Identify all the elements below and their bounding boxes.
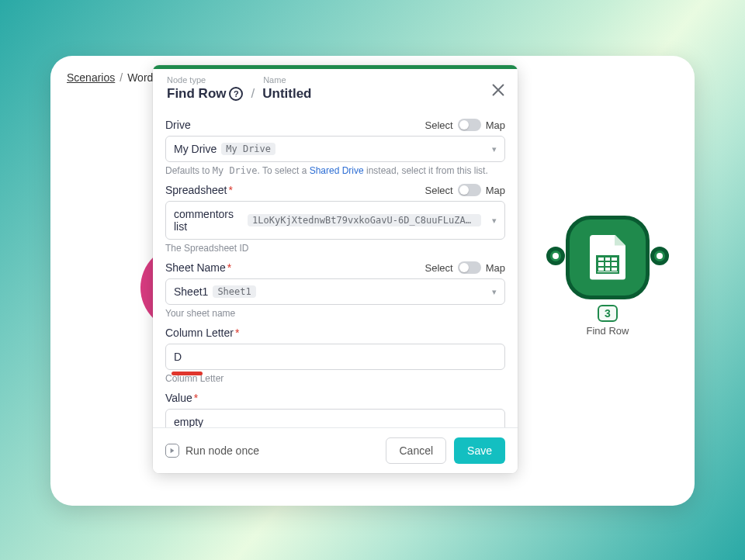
spreadsheet-mode-toggle[interactable] [458, 184, 481, 196]
header-nodetype-label: Node type [167, 75, 206, 85]
cancel-button[interactable]: Cancel [386, 437, 446, 464]
drive-mode-toggle[interactable] [458, 119, 481, 131]
sheet-select[interactable]: Sheet1 Sheet1 ▾ [165, 278, 505, 305]
drive-value: My Drive [174, 143, 217, 155]
spreadsheet-label: Spreadsheet* [165, 184, 233, 196]
value-value: empty [174, 416, 203, 427]
field-value: Value* empty The value to search for [165, 392, 505, 427]
play-icon [165, 444, 179, 458]
panel-footer: Run node once Cancel Save [153, 427, 518, 473]
spreadsheet-mode-map: Map [486, 185, 505, 196]
save-button[interactable]: Save [454, 437, 505, 464]
sheet-helper: Your sheet name [165, 308, 505, 319]
header-name[interactable]: Untitled [262, 86, 311, 102]
breadcrumb-separator: / [120, 71, 123, 84]
drive-mode-map: Map [486, 119, 505, 131]
spreadsheet-chip: 1LoKyKjXtednwBt79vxkoGavU-6D_C8uuFLuZAVY… [248, 214, 481, 226]
sheet-mode-map: Map [486, 262, 505, 274]
column-input[interactable]: D [165, 344, 505, 370]
node-body[interactable] [566, 216, 650, 299]
spreadsheet-helper: The Spreadsheet ID [165, 243, 505, 254]
google-sheets-icon [590, 235, 625, 280]
shared-drive-link[interactable]: Shared Drive [310, 165, 364, 176]
breadcrumb: Scenarios / Wordpr [67, 71, 163, 84]
close-icon [490, 81, 507, 99]
panel-body: Drive Select Map My Drive My Drive ▾ Def… [153, 109, 518, 427]
highlight-mark [172, 372, 203, 375]
chevron-down-icon: ▾ [492, 144, 497, 154]
field-column: Column Letter* D Column Letter [165, 327, 505, 384]
drive-mode-select: Select [425, 119, 453, 131]
field-sheet: Sheet Name* Select Map Sheet1 Sheet1 ▾ Y… [165, 261, 505, 319]
spreadsheet-mode-select: Select [425, 185, 453, 196]
field-spreadsheet: Spreadsheet* Select Map commentors list … [165, 184, 505, 254]
sheet-mode-toggle[interactable] [458, 261, 481, 274]
panel-header: Node type Name Find Row ? / Untitled [153, 69, 518, 109]
value-input[interactable]: empty [165, 409, 505, 427]
drive-chip: My Drive [221, 143, 275, 155]
close-button[interactable] [490, 81, 507, 99]
header-nodetype-text: Find Row [167, 86, 226, 102]
node-find-row[interactable]: 3 Find Row [526, 213, 689, 337]
field-drive: Drive Select Map My Drive My Drive ▾ Def… [165, 119, 505, 176]
header-nodetype: Find Row ? [167, 86, 243, 102]
node-input-port[interactable] [546, 247, 565, 265]
app-window: Scenarios / Wordpr 3 Find Row Node type [50, 56, 695, 506]
run-node-once-label: Run node once [185, 444, 259, 457]
sheet-mode-select: Select [425, 262, 453, 274]
column-helper: Column Letter [165, 373, 505, 384]
drive-helper: Defaults to My Drive. To select a Shared… [165, 165, 505, 176]
drive-label: Drive [165, 119, 191, 131]
chevron-down-icon: ▾ [492, 216, 497, 226]
sheet-label: Sheet Name* [165, 261, 231, 274]
header-separator: / [251, 86, 255, 102]
config-panel: Node type Name Find Row ? / Untitled Dri… [153, 65, 518, 473]
breadcrumb-root-link[interactable]: Scenarios [67, 71, 115, 84]
spreadsheet-select[interactable]: commentors list 1LoKyKjXtednwBt79vxkoGav… [165, 201, 505, 240]
node-output-port[interactable] [650, 247, 669, 265]
node-step-badge: 3 [598, 305, 618, 322]
sheet-chip: Sheet1 [213, 285, 255, 298]
node-shape [557, 213, 658, 302]
column-value: D [174, 351, 182, 363]
help-icon[interactable]: ? [229, 87, 243, 101]
header-name-label: Name [263, 75, 286, 85]
chevron-down-icon: ▾ [492, 287, 497, 297]
sheet-value: Sheet1 [174, 285, 208, 298]
value-label: Value* [165, 392, 198, 404]
spreadsheet-value: commentors list [174, 208, 243, 233]
run-node-once-button[interactable]: Run node once [165, 444, 259, 458]
drive-select[interactable]: My Drive My Drive ▾ [165, 136, 505, 162]
node-label: Find Row [587, 325, 629, 337]
column-label: Column Letter* [165, 327, 239, 339]
